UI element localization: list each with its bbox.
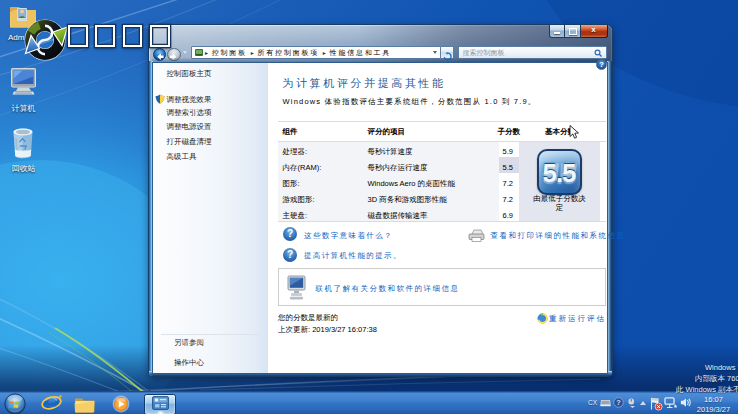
svg-text:?: ? [616,398,621,407]
